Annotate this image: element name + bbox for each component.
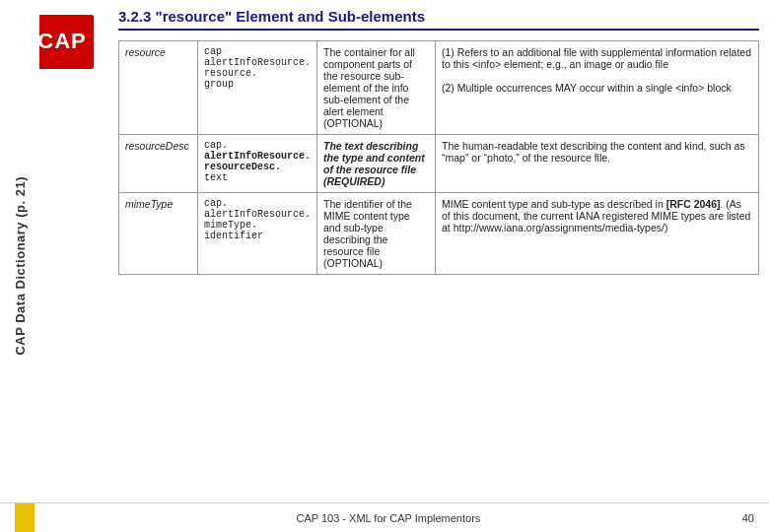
element-description: The identifier of the MIME content type … (317, 193, 436, 275)
table-row: resourceDesc cap.alertInfoResource.resou… (119, 135, 759, 193)
logo-text: CAP (37, 29, 86, 54)
element-name: resourceDesc (119, 135, 198, 193)
element-notes: (1) Refers to an additional file with su… (436, 41, 759, 135)
element-notes: MIME content type and sub-type as descri… (436, 193, 759, 275)
table-row: mimeType cap.alertInfoResource.mimeType.… (119, 193, 759, 275)
section-title: 3.2.3 "resource" Element and Sub-element… (118, 8, 759, 31)
element-description: The text describing the type and content… (317, 135, 436, 193)
element-description: The container for all component parts of… (317, 41, 436, 135)
footer-accent (15, 503, 35, 532)
element-name: mimeType (119, 193, 198, 275)
main-content: 3.2.3 "resource" Element and Sub-element… (108, 0, 769, 502)
sidebar: CAP Data Dictionary (p. 21) (0, 0, 39, 532)
element-path: cap.alertInfoResource.resourceDesc.text (198, 135, 317, 193)
sidebar-label: CAP Data Dictionary (p. 21) (13, 176, 28, 356)
element-notes: The human-readable text describing the c… (436, 135, 759, 193)
footer: CAP 103 - XML for CAP Implementors 40 (0, 502, 769, 532)
footer-title: CAP 103 - XML for CAP Implementors (35, 512, 742, 524)
data-table: resource capalertInfoResource.resource.g… (118, 40, 759, 275)
element-path: cap.alertInfoResource.mimeType.identifie… (198, 193, 317, 275)
element-name: resource (119, 41, 198, 135)
table-row: resource capalertInfoResource.resource.g… (119, 41, 759, 135)
element-path: capalertInfoResource.resource.group (198, 41, 317, 135)
footer-page-number: 40 (742, 512, 754, 524)
